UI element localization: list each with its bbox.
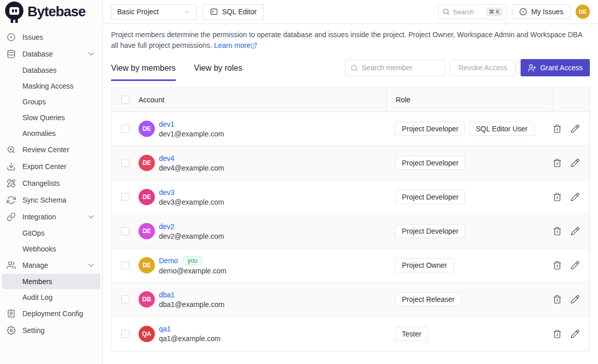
chevron-down-icon [87, 49, 96, 59]
account-cell: DB dba1 dba1@example.com [139, 291, 386, 309]
sidebar-item-manage[interactable]: Manage [2, 257, 100, 273]
sidebar-item-changelists[interactable]: Changelists [2, 175, 100, 191]
sidebar-item-anomalies[interactable]: Anomalies [2, 126, 100, 141]
sql-editor-button[interactable]: SQL Editor [203, 4, 264, 20]
member-email: qa1@example.com [159, 334, 221, 343]
edit-member-button[interactable] [570, 124, 580, 133]
trash-icon [553, 227, 562, 236]
sidebar-item-label: Manage [22, 261, 48, 269]
edit-member-button[interactable] [570, 329, 580, 339]
trash-icon [553, 158, 562, 167]
project-selector[interactable]: Basic Project [111, 4, 197, 20]
topbar-right: Search ⌘ K My Issues DE [438, 4, 590, 19]
topbar: Basic Project SQL Editor Search ⌘ K My I… [103, 0, 598, 24]
sidebar: Bytebase Issues Database Databases Maski… [0, 0, 103, 364]
edit-member-button[interactable] [570, 227, 580, 236]
sidebar-item-webhooks[interactable]: Webhooks [2, 241, 100, 257]
members-page: Project members determine the permission… [103, 24, 598, 351]
export-icon [7, 162, 16, 171]
tab-view-by-roles[interactable]: View by roles [194, 64, 242, 81]
sidebar-item-label: Members [22, 277, 52, 286]
edit-member-button[interactable] [570, 192, 580, 202]
sidebar-item-gitops[interactable]: GitOps [2, 226, 100, 241]
member-email: dev1@example.com [159, 130, 224, 138]
delete-member-button[interactable] [553, 295, 562, 304]
search-icon [443, 8, 450, 15]
sidebar-item-label: Masking Access [22, 82, 73, 90]
user-avatar[interactable]: DE [576, 5, 590, 19]
sql-editor-label: SQL Editor [222, 8, 257, 16]
sidebar-item-label: Issues [22, 33, 43, 41]
trash-icon [553, 261, 562, 270]
search-member-input[interactable]: Search member [345, 60, 445, 76]
tab-view-by-members[interactable]: View by members [111, 64, 176, 81]
row-checkbox[interactable] [121, 227, 129, 235]
brand-name: Bytebase [28, 4, 86, 20]
sidebar-item-database[interactable]: Database [2, 46, 100, 62]
sidebar-item-masking-access[interactable]: Masking Access [2, 78, 100, 94]
account-cell: DE Demo you demo@example.com [139, 256, 386, 275]
brand-logo[interactable]: Bytebase [0, 0, 102, 24]
sidebar-item-integration[interactable]: Integration [2, 209, 100, 225]
sidebar-item-setting[interactable]: Setting [2, 322, 100, 339]
pencil-icon [570, 329, 580, 339]
row-checkbox[interactable] [121, 193, 129, 201]
member-name-link[interactable]: dev4 [159, 154, 174, 162]
account-cell: DE dev1 dev1@example.com [139, 120, 386, 138]
sidebar-item-issues[interactable]: Issues [2, 29, 100, 45]
grant-access-button[interactable]: Grant Access [521, 59, 590, 76]
row-checkbox[interactable] [121, 295, 129, 303]
sidebar-item-label: Slow Queries [22, 114, 65, 122]
sidebar-item-export-center[interactable]: Export Center [2, 158, 100, 175]
users-icon [7, 261, 16, 270]
delete-member-button[interactable] [553, 192, 562, 202]
sidebar-item-sync-schema[interactable]: Sync Schema [2, 192, 100, 208]
main-area: Basic Project SQL Editor Search ⌘ K My I… [103, 0, 598, 364]
delete-member-button[interactable] [553, 261, 562, 270]
row-checkbox[interactable] [121, 125, 129, 133]
sidebar-item-audit-log[interactable]: Audit Log [2, 290, 100, 305]
account-cell: QA qa1 qa1@example.com [139, 325, 386, 343]
delete-member-button[interactable] [553, 158, 562, 167]
trash-icon [553, 192, 562, 202]
delete-member-button[interactable] [553, 124, 562, 133]
chevron-down-icon [87, 212, 96, 221]
revoke-access-button[interactable]: Revoke Access [450, 60, 516, 76]
chevron-down-icon [183, 8, 191, 15]
table-row: DE dev3 dev3@example.com Project Develop… [112, 180, 589, 214]
my-issues-button[interactable]: My Issues [512, 4, 570, 19]
account-cell: DE dev2 dev2@example.com [139, 222, 386, 240]
member-name-link[interactable]: Demo [159, 257, 178, 265]
row-checkbox[interactable] [121, 261, 129, 269]
sidebar-item-slow-queries[interactable]: Slow Queries [2, 110, 100, 125]
sidebar-item-review-center[interactable]: Review Center [2, 142, 100, 158]
delete-member-button[interactable] [553, 227, 562, 236]
row-checkbox[interactable] [121, 159, 129, 167]
trash-icon [553, 329, 562, 339]
edit-member-button[interactable] [570, 295, 580, 304]
search-shortcut-badge: ⌘ K [486, 8, 502, 16]
search-input[interactable]: Search ⌘ K [438, 4, 507, 19]
edit-member-button[interactable] [570, 158, 580, 167]
member-name-link[interactable]: dba1 [159, 291, 175, 299]
delete-member-button[interactable] [553, 329, 562, 339]
view-tabs: View by members View by roles [111, 64, 242, 81]
sidebar-item-label: Databases [22, 66, 57, 74]
member-name-link[interactable]: qa1 [159, 325, 171, 333]
sidebar-item-databases[interactable]: Databases [2, 63, 100, 78]
sidebar-item-label: Setting [22, 326, 45, 334]
member-name-link[interactable]: dev2 [159, 222, 174, 231]
row-checkbox[interactable] [121, 330, 129, 338]
member-name-link[interactable]: dev3 [159, 188, 174, 197]
member-email: demo@example.com [159, 267, 227, 275]
member-name-link[interactable]: dev1 [159, 120, 174, 128]
table-body: DE dev1 dev1@example.com Project Develop… [112, 112, 589, 351]
select-all-checkbox[interactable] [121, 96, 129, 104]
sidebar-item-deployment-config[interactable]: Deployment Config [2, 305, 100, 322]
learn-more-link[interactable]: Learn more [214, 41, 257, 49]
members-table: Account Role DE dev1 [111, 88, 590, 351]
sidebar-item-groups[interactable]: Groups [2, 94, 100, 109]
column-header-actions [553, 88, 589, 111]
sidebar-item-members[interactable]: Members [2, 274, 100, 289]
edit-member-button[interactable] [570, 261, 580, 270]
